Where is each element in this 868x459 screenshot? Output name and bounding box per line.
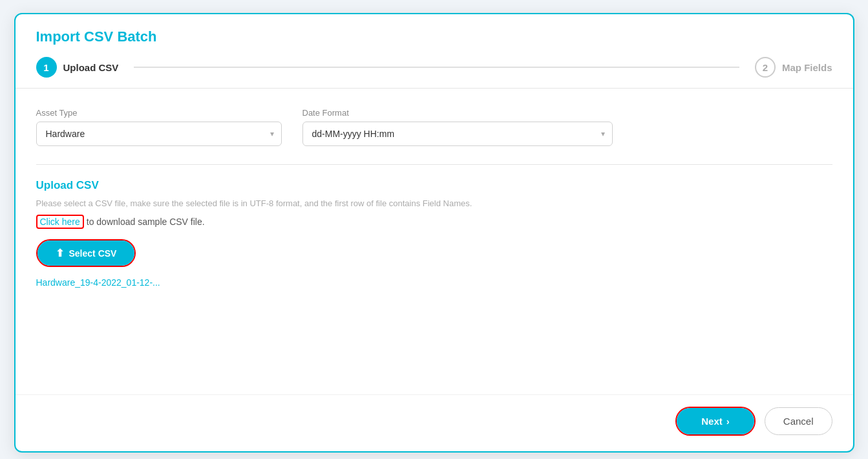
upload-section: Upload CSV Please select a CSV file, mak… bbox=[36, 179, 832, 288]
next-btn-wrapper: Next › bbox=[675, 407, 756, 436]
modal-footer: Next › Cancel bbox=[16, 394, 853, 451]
date-format-select-wrapper[interactable]: dd-MM-yyyy HH:mm MM-dd-yyyy HH:mm yyyy-M… bbox=[302, 122, 613, 146]
click-here-link[interactable]: Click here bbox=[36, 215, 84, 229]
form-row: Asset Type Hardware Software License ▾ D… bbox=[36, 108, 832, 146]
date-format-group: Date Format dd-MM-yyyy HH:mm MM-dd-yyyy … bbox=[302, 108, 613, 146]
upload-description: Please select a CSV file, make sure the … bbox=[36, 198, 832, 208]
next-label: Next bbox=[701, 416, 723, 427]
select-csv-btn-wrapper: ⬆ Select CSV bbox=[36, 239, 136, 267]
cancel-button[interactable]: Cancel bbox=[765, 407, 832, 435]
step-2-circle: 2 bbox=[755, 57, 776, 78]
date-format-label: Date Format bbox=[302, 108, 613, 118]
step-2-label: Map Fields bbox=[782, 62, 832, 73]
step-1-circle: 1 bbox=[36, 57, 57, 78]
modal-body: Asset Type Hardware Software License ▾ D… bbox=[16, 89, 853, 394]
step-line bbox=[134, 67, 739, 68]
section-divider bbox=[36, 164, 832, 165]
modal-title: Import CSV Batch bbox=[36, 28, 832, 45]
asset-type-group: Asset Type Hardware Software License ▾ bbox=[36, 108, 282, 146]
click-here-row: Click here to download sample CSV file. bbox=[36, 215, 832, 229]
step-2: 2 Map Fields bbox=[755, 57, 832, 78]
asset-type-label: Asset Type bbox=[36, 108, 282, 118]
step-1-label: Upload CSV bbox=[63, 62, 119, 73]
import-csv-modal: Import CSV Batch 1 Upload CSV 2 Map Fiel… bbox=[14, 13, 854, 453]
selected-file-name: Hardware_19-4-2022_01-12-... bbox=[36, 277, 832, 288]
asset-type-select[interactable]: Hardware Software License bbox=[36, 122, 282, 146]
stepper: 1 Upload CSV 2 Map Fields bbox=[36, 57, 832, 78]
modal-header: Import CSV Batch 1 Upload CSV 2 Map Fiel… bbox=[16, 14, 853, 89]
upload-section-title: Upload CSV bbox=[36, 179, 832, 192]
click-here-suffix: to download sample CSV file. bbox=[87, 217, 205, 227]
asset-type-select-wrapper[interactable]: Hardware Software License ▾ bbox=[36, 122, 282, 146]
next-button[interactable]: Next › bbox=[677, 408, 754, 434]
select-csv-label: Select CSV bbox=[69, 248, 117, 259]
date-format-select[interactable]: dd-MM-yyyy HH:mm MM-dd-yyyy HH:mm yyyy-M… bbox=[302, 122, 613, 146]
upload-icon: ⬆ bbox=[56, 247, 64, 259]
select-csv-button[interactable]: ⬆ Select CSV bbox=[37, 240, 135, 266]
step-1: 1 Upload CSV bbox=[36, 57, 119, 78]
next-chevron-icon: › bbox=[726, 416, 730, 427]
